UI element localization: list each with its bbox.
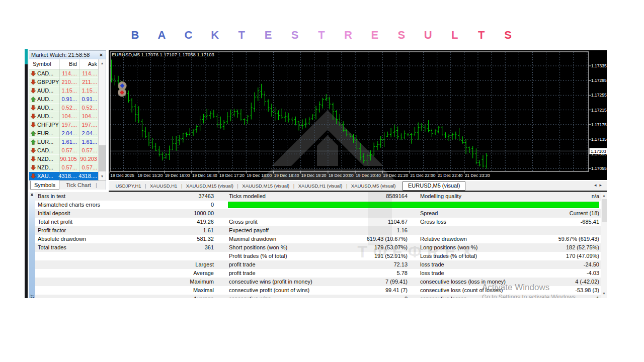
arrow-down-icon: [31, 156, 36, 162]
market-watch-row[interactable]: EUR...2.04...2.04...: [29, 129, 98, 138]
tab-tick-chart[interactable]: Tick Chart: [63, 182, 94, 188]
market-watch-row[interactable]: AUD...1.15...1.15...: [29, 86, 98, 95]
bid-value: 0.57...: [57, 147, 77, 153]
tester-panel: × Tester Bars in test37463Ticks modelled…: [29, 192, 607, 298]
column-ask[interactable]: Ask: [77, 61, 97, 67]
report-label: consecutive losses: [420, 296, 466, 298]
activate-windows-watermark: Activate Windows: [482, 283, 549, 293]
market-watch-row[interactable]: AUD...0.91...0.91...: [29, 95, 98, 104]
report-label: Total net profit: [38, 219, 72, 225]
market-watch-row[interactable]: CAD...114....114....: [29, 69, 98, 78]
tester-close-icon[interactable]: ×: [29, 192, 35, 198]
market-watch-row[interactable]: GBPJPY210....211....: [29, 78, 98, 86]
report-row: Initial deposit1000.00SpreadCurrent (18): [35, 209, 601, 218]
svg-text:1.17135: 1.17135: [591, 137, 607, 142]
market-watch-row[interactable]: AUD...0.52...0.52...: [29, 104, 98, 112]
report-value: 581.32: [138, 236, 214, 242]
ask-value: 1.61...: [77, 139, 97, 145]
market-watch-title: Market Watch: 21:58:58: [31, 52, 90, 58]
report-label: Profit trades (% of total): [229, 253, 287, 259]
ask-value: 90.203: [77, 156, 97, 162]
title-letter: E: [255, 29, 282, 42]
price-chart[interactable]: EURUSD,M5 1.17076 1.17107 1.17058 1.1710…: [109, 50, 607, 180]
report-label: Absolute drawdown: [38, 236, 86, 242]
report-label: Modelling quality: [420, 193, 461, 199]
report-value: 419.26: [138, 219, 214, 225]
market-watch-row[interactable]: NZD...0.57...0.57...: [29, 163, 98, 172]
market-watch-scrollbar[interactable]: ▲ ▼: [98, 59, 106, 180]
arrow-up-icon: [31, 131, 36, 136]
report-value: Current (18): [524, 210, 599, 216]
chart-tab[interactable]: USDJPY,H1: [116, 183, 141, 189]
svg-text:19 Dec 16:40: 19 Dec 16:40: [192, 173, 217, 178]
left-edge-strip: [25, 49, 28, 298]
bid-value: 0.57...: [57, 164, 77, 170]
ask-value: 104....: [77, 113, 97, 119]
report-value: Maximum: [138, 279, 214, 285]
bid-value: 210....: [57, 79, 77, 85]
chart-tab[interactable]: XAUUSD,M5 (visual): [351, 183, 396, 189]
report-value: 37463: [138, 193, 214, 199]
chart-tab-active[interactable]: EURUSD,M5 (visual): [403, 181, 465, 191]
report-label: consecutive wins (profit in money): [229, 279, 312, 285]
title-letter: U: [415, 29, 441, 42]
scrollbar-thumb[interactable]: [602, 199, 607, 222]
chart-logo-watermark: [260, 110, 395, 180]
scroll-up-icon[interactable]: ▲: [601, 193, 607, 198]
ask-value: 4318....: [77, 173, 97, 179]
chart-tab[interactable]: XAUUSD,H1: [150, 183, 177, 189]
column-divider: [59, 59, 60, 180]
bid-value: 197....: [57, 122, 77, 128]
chart-tab[interactable]: XAUUSD,H1 (visual): [298, 183, 343, 189]
close-icon[interactable]: ×: [98, 51, 104, 59]
market-watch-row[interactable]: CHFJPY197....197....: [29, 121, 98, 129]
arrow-down-icon: [31, 165, 36, 170]
title-letter: T: [308, 29, 335, 42]
report-label: consecutive wins: [229, 296, 271, 298]
tab-nav-right-icon: ▸: [599, 183, 605, 188]
scroll-down-icon[interactable]: ▼: [601, 291, 607, 296]
tester-scrollbar[interactable]: ▲ ▼: [601, 192, 607, 298]
tester-panel-label: Tester: [29, 295, 35, 298]
svg-text:19 Dec 21:20: 19 Dec 21:20: [383, 173, 408, 178]
ask-value: 0.57...: [77, 164, 97, 170]
arrow-down-icon: [31, 88, 36, 94]
scroll-down-icon[interactable]: ▼: [99, 174, 106, 179]
svg-text:1.17055: 1.17055: [591, 166, 607, 171]
bid-value: 0.52...: [57, 105, 77, 111]
chart-grid: [110, 52, 589, 171]
arrow-up-icon: [31, 139, 36, 145]
report-row: Bars in test37463Ticks modelled8589164Mo…: [35, 192, 601, 201]
market-watch-row[interactable]: AUD...104....104....: [29, 112, 98, 121]
market-watch-row[interactable]: NZD...90.10590.203: [29, 155, 98, 163]
market-watch-rows: CAD...114....114....GBPJPY210....211....…: [29, 69, 98, 180]
market-watch-row[interactable]: CAD...0.57...0.57...: [29, 146, 98, 155]
scrollbar-thumb[interactable]: [99, 145, 106, 171]
tab-divider: |: [96, 182, 97, 188]
market-watch-panel: Market Watch: 21:58:58 × Symbol Bid Ask …: [29, 50, 106, 190]
svg-text:19 Dec 17:20: 19 Dec 17:20: [219, 173, 245, 178]
logo-watermark-bar: [368, 192, 392, 245]
report-value: 7 (99.41): [332, 279, 408, 285]
scroll-up-icon[interactable]: ▲: [99, 61, 106, 66]
report-label: Expected payoff: [229, 227, 269, 233]
chart-tab[interactable]: XAUUSD,M15 (visual): [242, 183, 289, 189]
title-letter: S: [495, 29, 521, 42]
column-bid[interactable]: Bid: [57, 61, 77, 67]
market-watch-row[interactable]: EUR...1.61...1.61...: [29, 138, 98, 146]
tab-nav-arrows[interactable]: ◂▸: [594, 183, 605, 188]
arrow-up-icon: [31, 97, 36, 102]
arrow-down-icon: [31, 71, 36, 76]
svg-text:19 Dec 18:40: 19 Dec 18:40: [274, 173, 299, 178]
title-letter: B: [122, 29, 148, 42]
report-label: Initial deposit: [38, 210, 70, 216]
chart-canvas[interactable]: EURUSD,M5 1.17076 1.17107 1.17058 1.1710…: [109, 50, 607, 180]
market-watch-row[interactable]: XAU...4318....4318....: [29, 172, 98, 180]
svg-text:19 Dec 20:00: 19 Dec 20:00: [329, 173, 354, 178]
tab-symbols[interactable]: Symbols: [30, 180, 59, 190]
title-letter: T: [468, 29, 495, 42]
tab-divider: |: [346, 183, 347, 189]
chart-tab[interactable]: XAUUSD,M15 (visual): [186, 183, 233, 189]
arrow-down-icon: [31, 173, 36, 179]
column-symbol[interactable]: Symbol: [33, 61, 51, 67]
